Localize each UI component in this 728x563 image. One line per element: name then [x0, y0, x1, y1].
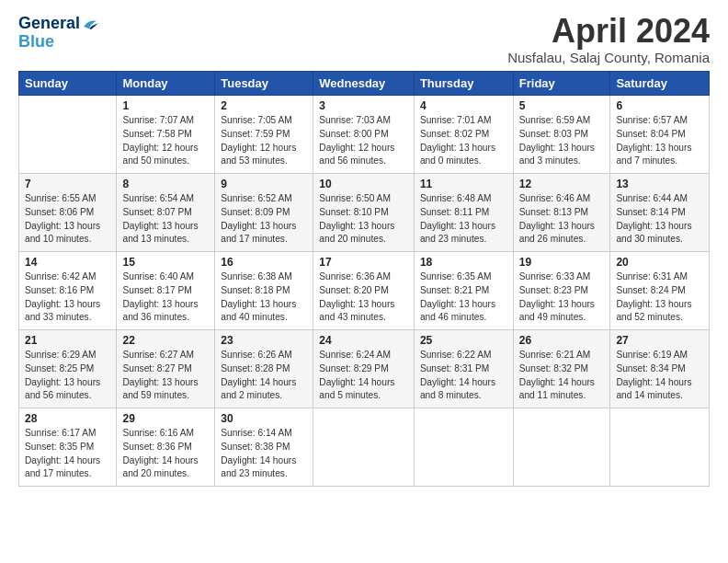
calendar-week-row: 14Sunrise: 6:42 AMSunset: 8:16 PMDayligh…	[19, 252, 710, 330]
calendar-cell: 5Sunrise: 6:59 AMSunset: 8:03 PMDaylight…	[513, 96, 610, 174]
calendar-cell: 24Sunrise: 6:24 AMSunset: 8:29 PMDayligh…	[313, 330, 415, 408]
day-number: 25	[420, 334, 507, 347]
calendar-cell: 8Sunrise: 6:54 AMSunset: 8:07 PMDaylight…	[117, 174, 215, 252]
title-block: April 2024 Nusfalau, Salaj County, Roman…	[507, 15, 710, 65]
day-number: 24	[319, 334, 408, 347]
calendar-cell: 13Sunrise: 6:44 AMSunset: 8:14 PMDayligh…	[610, 174, 710, 252]
day-number: 6	[616, 99, 703, 112]
calendar-cell: 19Sunrise: 6:33 AMSunset: 8:23 PMDayligh…	[513, 252, 610, 330]
day-number: 28	[25, 412, 110, 425]
calendar-cell: 28Sunrise: 6:17 AMSunset: 8:35 PMDayligh…	[19, 408, 117, 487]
calendar-cell	[513, 408, 610, 487]
calendar-cell: 2Sunrise: 7:05 AMSunset: 7:59 PMDaylight…	[215, 96, 313, 174]
calendar-header-row: Sunday Monday Tuesday Wednesday Thursday…	[19, 72, 710, 96]
calendar-week-row: 1Sunrise: 7:07 AMSunset: 7:58 PMDaylight…	[19, 96, 710, 174]
day-info: Sunrise: 6:52 AMSunset: 8:09 PMDaylight:…	[221, 192, 307, 247]
day-info: Sunrise: 6:35 AMSunset: 8:21 PMDaylight:…	[420, 270, 507, 325]
calendar-cell: 23Sunrise: 6:26 AMSunset: 8:28 PMDayligh…	[215, 330, 313, 408]
day-number: 15	[122, 256, 209, 269]
day-info: Sunrise: 7:01 AMSunset: 8:02 PMDaylight:…	[420, 114, 507, 168]
calendar-cell: 15Sunrise: 6:40 AMSunset: 8:17 PMDayligh…	[117, 252, 215, 330]
calendar-cell: 1Sunrise: 7:07 AMSunset: 7:58 PMDaylight…	[117, 96, 215, 174]
day-number: 16	[221, 256, 307, 269]
day-number: 30	[221, 412, 307, 425]
col-sunday: Sunday	[19, 72, 117, 96]
day-info: Sunrise: 6:22 AMSunset: 8:31 PMDaylight:…	[420, 349, 507, 403]
day-info: Sunrise: 6:29 AMSunset: 8:25 PMDaylight:…	[25, 349, 110, 403]
month-title: April 2024	[507, 15, 710, 48]
calendar-cell: 18Sunrise: 6:35 AMSunset: 8:21 PMDayligh…	[414, 252, 513, 330]
col-tuesday: Tuesday	[215, 72, 313, 96]
calendar-cell: 14Sunrise: 6:42 AMSunset: 8:16 PMDayligh…	[19, 252, 117, 330]
calendar-cell	[19, 96, 117, 174]
calendar-cell: 7Sunrise: 6:55 AMSunset: 8:06 PMDaylight…	[19, 174, 117, 252]
calendar-week-row: 28Sunrise: 6:17 AMSunset: 8:35 PMDayligh…	[19, 408, 710, 487]
day-info: Sunrise: 6:21 AMSunset: 8:32 PMDaylight:…	[519, 349, 605, 403]
day-number: 29	[122, 412, 209, 425]
calendar-cell: 26Sunrise: 6:21 AMSunset: 8:32 PMDayligh…	[513, 330, 610, 408]
main-container: General Blue April 2024 Nusfalau, Salaj …	[0, 0, 728, 563]
day-info: Sunrise: 6:19 AMSunset: 8:34 PMDaylight:…	[616, 349, 703, 403]
day-number: 13	[616, 178, 703, 190]
day-info: Sunrise: 6:59 AMSunset: 8:03 PMDaylight:…	[519, 114, 605, 168]
day-info: Sunrise: 6:31 AMSunset: 8:24 PMDaylight:…	[616, 270, 703, 325]
calendar-cell: 17Sunrise: 6:36 AMSunset: 8:20 PMDayligh…	[313, 252, 415, 330]
day-number: 10	[319, 178, 408, 190]
day-info: Sunrise: 7:07 AMSunset: 7:58 PMDaylight:…	[122, 114, 209, 168]
day-number: 1	[122, 99, 209, 112]
day-info: Sunrise: 6:38 AMSunset: 8:18 PMDaylight:…	[221, 270, 307, 325]
day-number: 2	[221, 99, 307, 112]
day-number: 3	[319, 99, 408, 112]
calendar-cell: 25Sunrise: 6:22 AMSunset: 8:31 PMDayligh…	[414, 330, 513, 408]
calendar-cell: 6Sunrise: 6:57 AMSunset: 8:04 PMDaylight…	[610, 96, 710, 174]
day-number: 14	[25, 256, 110, 269]
day-info: Sunrise: 6:50 AMSunset: 8:10 PMDaylight:…	[319, 192, 408, 247]
day-number: 9	[221, 178, 307, 190]
day-info: Sunrise: 7:03 AMSunset: 8:00 PMDaylight:…	[319, 114, 408, 168]
calendar-cell: 3Sunrise: 7:03 AMSunset: 8:00 PMDaylight…	[313, 96, 415, 174]
calendar-table: Sunday Monday Tuesday Wednesday Thursday…	[18, 71, 710, 487]
calendar-cell: 30Sunrise: 6:14 AMSunset: 8:38 PMDayligh…	[215, 408, 313, 487]
day-info: Sunrise: 6:54 AMSunset: 8:07 PMDaylight:…	[122, 192, 209, 247]
col-friday: Friday	[513, 72, 610, 96]
day-info: Sunrise: 6:17 AMSunset: 8:35 PMDaylight:…	[25, 427, 110, 481]
day-number: 20	[616, 256, 703, 269]
day-info: Sunrise: 6:46 AMSunset: 8:13 PMDaylight:…	[519, 192, 605, 247]
calendar-cell: 20Sunrise: 6:31 AMSunset: 8:24 PMDayligh…	[610, 252, 710, 330]
col-thursday: Thursday	[414, 72, 513, 96]
calendar-cell: 4Sunrise: 7:01 AMSunset: 8:02 PMDaylight…	[414, 96, 513, 174]
day-number: 12	[519, 178, 605, 190]
day-number: 21	[25, 334, 110, 347]
calendar-cell: 21Sunrise: 6:29 AMSunset: 8:25 PMDayligh…	[19, 330, 117, 408]
col-monday: Monday	[117, 72, 215, 96]
day-number: 8	[122, 178, 209, 190]
day-info: Sunrise: 7:05 AMSunset: 7:59 PMDaylight:…	[221, 114, 307, 168]
day-info: Sunrise: 6:42 AMSunset: 8:16 PMDaylight:…	[25, 270, 110, 325]
calendar-cell: 12Sunrise: 6:46 AMSunset: 8:13 PMDayligh…	[513, 174, 610, 252]
logo-general: General	[18, 15, 80, 33]
day-number: 11	[420, 178, 507, 190]
calendar-week-row: 7Sunrise: 6:55 AMSunset: 8:06 PMDaylight…	[19, 174, 710, 252]
logo: General Blue	[18, 15, 98, 52]
day-info: Sunrise: 6:16 AMSunset: 8:36 PMDaylight:…	[122, 427, 209, 481]
calendar-cell: 16Sunrise: 6:38 AMSunset: 8:18 PMDayligh…	[215, 252, 313, 330]
day-number: 22	[122, 334, 209, 347]
day-info: Sunrise: 6:40 AMSunset: 8:17 PMDaylight:…	[122, 270, 209, 325]
day-info: Sunrise: 6:48 AMSunset: 8:11 PMDaylight:…	[420, 192, 507, 247]
day-info: Sunrise: 6:33 AMSunset: 8:23 PMDaylight:…	[519, 270, 605, 325]
day-info: Sunrise: 6:36 AMSunset: 8:20 PMDaylight:…	[319, 270, 408, 325]
logo-blue: Blue	[18, 33, 54, 52]
day-number: 7	[25, 178, 110, 190]
calendar-cell: 10Sunrise: 6:50 AMSunset: 8:10 PMDayligh…	[313, 174, 415, 252]
day-info: Sunrise: 6:27 AMSunset: 8:27 PMDaylight:…	[122, 349, 209, 403]
day-info: Sunrise: 6:24 AMSunset: 8:29 PMDaylight:…	[319, 349, 408, 403]
calendar-cell	[313, 408, 415, 487]
col-wednesday: Wednesday	[313, 72, 415, 96]
calendar-cell: 11Sunrise: 6:48 AMSunset: 8:11 PMDayligh…	[414, 174, 513, 252]
calendar-cell: 22Sunrise: 6:27 AMSunset: 8:27 PMDayligh…	[117, 330, 215, 408]
day-info: Sunrise: 6:26 AMSunset: 8:28 PMDaylight:…	[221, 349, 307, 403]
calendar-week-row: 21Sunrise: 6:29 AMSunset: 8:25 PMDayligh…	[19, 330, 710, 408]
col-saturday: Saturday	[610, 72, 710, 96]
location: Nusfalau, Salaj County, Romania	[507, 50, 710, 65]
day-number: 5	[519, 99, 605, 112]
